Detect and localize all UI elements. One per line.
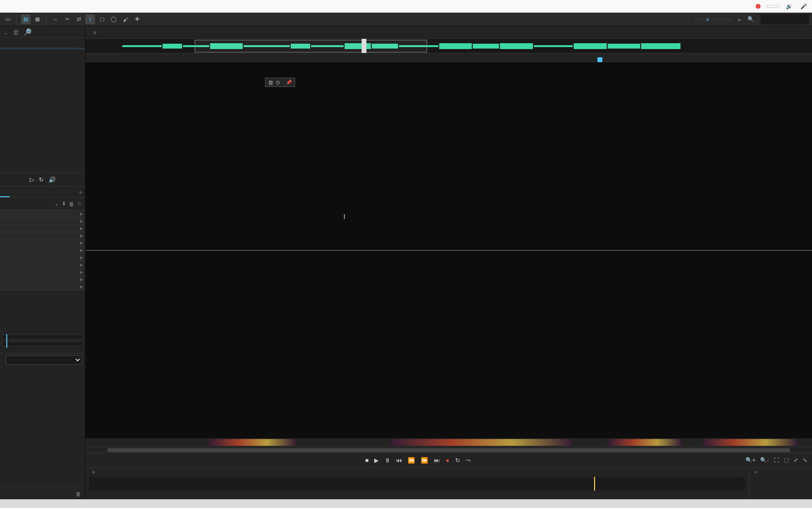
- hud-bars-icon[interactable]: ▥: [268, 80, 273, 85]
- divider: [46, 15, 47, 24]
- fx-slot[interactable]: ▶: [0, 210, 85, 218]
- preview-auto-icon[interactable]: 🔊: [49, 176, 56, 183]
- forward-icon[interactable]: ⏩: [421, 457, 428, 464]
- title-right-controls: 🔊 🎤: [756, 2, 808, 11]
- overview-playhead[interactable]: [362, 39, 366, 53]
- level-menu-icon[interactable]: ≡: [92, 470, 95, 475]
- overview-window[interactable]: [195, 40, 427, 52]
- fx-slot[interactable]: ▶: [0, 218, 85, 225]
- stop-button-icon[interactable]: ■: [365, 457, 368, 464]
- gain-hud[interactable]: ▥ ◷ 📌: [265, 78, 295, 87]
- output-gain-slider[interactable]: [2, 341, 83, 346]
- tab-properties[interactable]: [19, 186, 29, 197]
- waveform-display[interactable]: ▥ ◷ 📌 I: [85, 62, 812, 438]
- trash-icon[interactable]: 🗑: [76, 491, 81, 497]
- zoom-full-icon[interactable]: ⛶: [774, 457, 779, 463]
- tool-brush-icon[interactable]: 🖌: [120, 15, 130, 24]
- preset-save-icon[interactable]: ⬇: [62, 201, 66, 207]
- input-gain-slider[interactable]: [2, 335, 83, 339]
- left-sidebar: ⌄ 🗑 🔎 ▷ ↻ 🔊 »: [0, 26, 85, 499]
- panel-expand-icon[interactable]: »: [76, 189, 85, 195]
- trash-icon[interactable]: 🗑: [13, 28, 19, 36]
- time-ruler[interactable]: [85, 53, 812, 62]
- tab-menu-icon[interactable]: ≡: [93, 30, 96, 35]
- fx-slot[interactable]: ▶: [0, 239, 85, 247]
- spectral-display-icon[interactable]: ▦: [33, 15, 42, 24]
- chevron-right-icon: ▶: [80, 255, 83, 260]
- process-select[interactable]: [6, 356, 82, 365]
- record-button-icon[interactable]: ●: [446, 457, 449, 464]
- titlebar: 🔊 🎤: [0, 0, 812, 13]
- goto-end-icon[interactable]: ⏭: [434, 457, 440, 464]
- workspace-default[interactable]: [695, 18, 704, 20]
- tool-move-icon[interactable]: ↔: [50, 15, 60, 24]
- preview-playback-bar: ▷ ↻ 🔊: [0, 172, 85, 186]
- tool-lasso-icon[interactable]: ◯: [109, 15, 118, 24]
- tool-marquee-icon[interactable]: ▢: [97, 15, 107, 24]
- fx-slot[interactable]: ▶: [0, 261, 85, 269]
- overview-waveform[interactable]: [85, 39, 812, 53]
- search-icon[interactable]: 🔎: [23, 28, 32, 36]
- selview-menu-icon[interactable]: ≡: [754, 470, 757, 474]
- help-search-input[interactable]: [761, 14, 809, 24]
- scroll-thumb[interactable]: [107, 448, 790, 452]
- spectrogram-strip[interactable]: [85, 438, 812, 447]
- preset-delete-icon[interactable]: 🗑: [69, 201, 74, 207]
- pause-button-icon[interactable]: ⏸: [384, 457, 390, 464]
- workspace-radio[interactable]: [723, 18, 732, 20]
- divider: [17, 15, 17, 24]
- waveform-view-icon[interactable]: ▭: [3, 15, 13, 24]
- hud-clock-icon[interactable]: ◷: [276, 80, 280, 85]
- fx-slot[interactable]: ▶: [0, 254, 85, 261]
- fx-slot[interactable]: ▶: [0, 247, 85, 254]
- zoom-out-point-icon[interactable]: ⤡: [803, 457, 807, 463]
- waveform-display-icon[interactable]: ▤: [21, 15, 31, 24]
- level-meter[interactable]: [89, 477, 745, 491]
- goto-start-icon[interactable]: ⏮: [396, 457, 402, 464]
- tool-time-select-icon[interactable]: I: [85, 15, 95, 24]
- panel-tabs: »: [0, 186, 85, 198]
- record-indicator-icon[interactable]: [756, 4, 761, 9]
- fx-slot[interactable]: ▶: [0, 232, 85, 239]
- hud-pin-icon[interactable]: 📌: [286, 80, 292, 85]
- files-header: ⌄ 🗑 🔎: [0, 26, 85, 38]
- preview-play-icon[interactable]: ▷: [30, 176, 34, 183]
- workspace-menu-icon[interactable]: ≡: [706, 17, 709, 22]
- preset-star-icon[interactable]: ☆: [77, 201, 82, 207]
- microphone-icon[interactable]: 🎤: [799, 2, 808, 11]
- chevron-right-icon: ▶: [80, 277, 83, 282]
- fx-slot[interactable]: ▶: [0, 276, 85, 283]
- workspace-more-icon[interactable]: »: [734, 15, 744, 24]
- tool-heal-icon[interactable]: ✚: [132, 15, 142, 24]
- search-icon[interactable]: 🔍: [746, 15, 756, 24]
- zoom-out-icon[interactable]: 🔍-: [760, 457, 769, 463]
- fx-slot[interactable]: ▶: [0, 225, 85, 232]
- workspace-audio-video[interactable]: [711, 18, 721, 20]
- zoom-in-point-icon[interactable]: ⤢: [794, 457, 798, 463]
- chevron-right-icon: ▶: [80, 219, 83, 223]
- loop-button-icon[interactable]: ↻: [455, 457, 460, 464]
- tool-cut-icon[interactable]: ✂: [62, 15, 72, 24]
- horizontal-scrollbar[interactable]: [85, 447, 812, 453]
- zoom-selection-icon[interactable]: ⬚: [784, 457, 789, 463]
- process-row: [0, 353, 85, 367]
- chevron-right-icon: ▶: [80, 270, 83, 274]
- rewind-icon[interactable]: ⏪: [408, 457, 415, 464]
- preview-loop-icon[interactable]: ↻: [39, 176, 44, 183]
- editor-pane: ≡: [85, 26, 812, 499]
- preset-dropdown-icon[interactable]: ⌄: [54, 201, 59, 207]
- fx-slot[interactable]: ▶: [0, 269, 85, 276]
- speaker-icon[interactable]: 🔊: [785, 2, 794, 11]
- sort-order-label[interactable]: [0, 38, 85, 48]
- play-button-icon[interactable]: ▶: [374, 457, 379, 464]
- editor-tab-file[interactable]: ≡: [89, 30, 96, 35]
- tab-effects-rack[interactable]: [0, 186, 10, 197]
- skip-silence-icon[interactable]: ⤳: [466, 457, 471, 464]
- playhead-marker-icon[interactable]: [597, 57, 602, 62]
- zoom-in-icon[interactable]: 🔍+: [746, 457, 755, 463]
- tool-slip-icon[interactable]: ⇄: [74, 15, 83, 24]
- text-cursor-icon: I: [343, 213, 345, 220]
- filter-icon[interactable]: ⌄: [3, 28, 9, 36]
- tab-markers[interactable]: [10, 186, 19, 197]
- fx-slot[interactable]: ▶: [0, 283, 85, 290]
